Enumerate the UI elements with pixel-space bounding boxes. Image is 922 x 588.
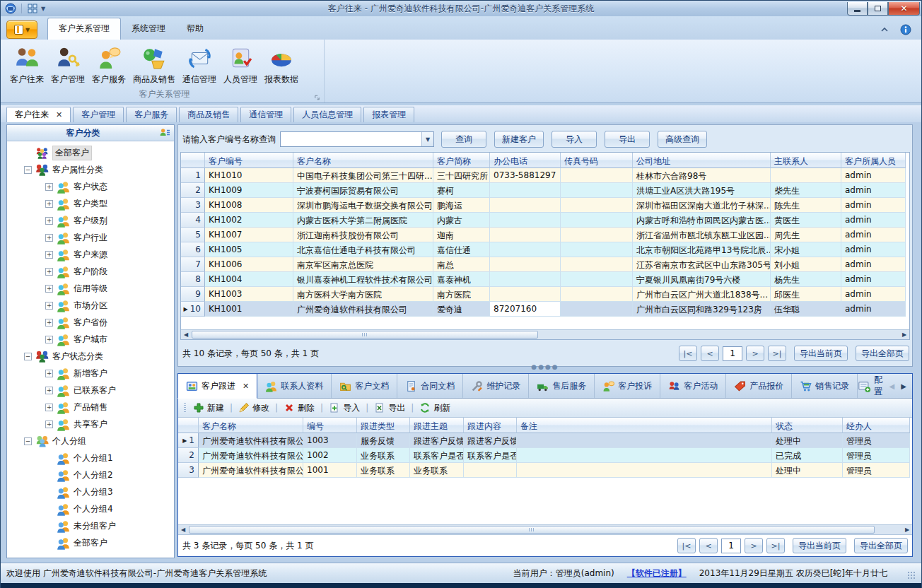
expand-icon[interactable]: + [45, 387, 53, 394]
grid-cell[interactable]: 跟进客户反馈... [410, 433, 464, 448]
grid-cell[interactable]: 0733-5881297 [490, 168, 561, 183]
toolbar-button-import[interactable]: 导入 [329, 402, 360, 414]
scroll-right-icon[interactable]: ▶ [899, 331, 909, 338]
tree-item-客户类型[interactable]: +客户类型 [7, 195, 174, 212]
combo-dropdown-icon[interactable]: ▼ [421, 132, 433, 146]
tab-scroll-right-icon[interactable]: ▶ [901, 382, 906, 390]
scrollbar-track[interactable] [188, 526, 902, 534]
grid-cell[interactable]: KH1008 [205, 198, 293, 213]
detail-tab-维护记录[interactable]: 维护记录 [463, 374, 529, 398]
doc-tab-报表管理[interactable]: 报表管理 [363, 107, 414, 122]
tree-item-未分组客户[interactable]: 未分组客户 [7, 517, 174, 534]
search-combo[interactable]: ▼ [280, 131, 434, 147]
grid-cell[interactable]: 洪塘工业A区洪大路195号 [633, 183, 771, 198]
window-switch-icon[interactable] [27, 3, 38, 14]
detail-tab-客户投诉[interactable]: 客户投诉 [595, 374, 660, 398]
grid-column-header[interactable]: 跟进类型 [357, 418, 410, 433]
grid-cell[interactable]: 联系客户是否... [410, 448, 464, 463]
grid-cell[interactable]: 柴先生 [771, 183, 841, 198]
expand-icon[interactable]: + [45, 200, 53, 208]
table-row[interactable]: ▶10KH1001广州爱奇迪软件科技有限公司爱奇迪87207160广州市白云区同… [181, 302, 909, 317]
grid-cell[interactable]: 周先生 [771, 228, 841, 242]
grid-column-header[interactable]: 经办人 [843, 418, 910, 433]
grid-cell[interactable] [490, 257, 561, 272]
grid-cell[interactable] [561, 242, 633, 257]
grid-cell[interactable]: admin [841, 242, 906, 257]
grid-cell[interactable] [561, 272, 633, 287]
doc-tab-人员信息管理[interactable]: 人员信息管理 [293, 107, 361, 122]
tree-item-个人分组[interactable]: −个人分组 [7, 433, 174, 449]
tree-item-个人分组1[interactable]: 个人分组1 [7, 449, 174, 466]
grid-cell[interactable]: admin [841, 213, 906, 228]
expand-icon[interactable]: + [45, 217, 53, 225]
search-button-导出[interactable]: 导出 [605, 131, 650, 148]
export-current-page-button[interactable]: 导出当前页 [794, 346, 848, 361]
tree-item-产品销售[interactable]: +产品销售 [7, 399, 174, 416]
grid-cell[interactable] [561, 302, 633, 317]
detail-tab-客户跟进[interactable]: 客户跟进✕ [177, 373, 257, 399]
expand-icon[interactable]: + [45, 234, 53, 242]
qat-dropdown-icon[interactable]: ▼ [41, 6, 45, 12]
tree-item-信用等级[interactable]: +信用等级 [7, 280, 174, 297]
grid-cell[interactable]: 内蒙古 [433, 213, 490, 228]
table-row[interactable]: 9KH1003南方医科大学南方医院南方医院广州市白云区广州大道北1838号...… [181, 287, 909, 302]
table-row[interactable]: 4KH1002内蒙古医科大学第二附属医院内蒙古内蒙古呼和浩特市回民区内蒙古医..… [181, 213, 909, 228]
grid-cell[interactable] [561, 213, 633, 228]
minimize-button[interactable] [847, 2, 868, 16]
next-page-button[interactable]: > [746, 346, 764, 361]
grid-cell[interactable]: 黄医生 [771, 213, 841, 228]
dialog-launcher-icon[interactable] [313, 92, 321, 100]
last-page-button[interactable]: >| [768, 346, 786, 361]
search-button-高级查询[interactable]: 高级查询 [658, 131, 707, 148]
grid-column-header[interactable]: 跟进主题 [410, 418, 464, 433]
tree-item-客户省份[interactable]: +客户省份 [7, 314, 174, 331]
grid-cell[interactable]: 南京军区南京总医院 [293, 257, 433, 272]
search-button-新建客户[interactable]: 新建客户 [494, 131, 544, 148]
grid-column-header[interactable]: 客户所属人员 [841, 153, 906, 168]
grid-column-header[interactable]: 办公电话 [490, 153, 561, 168]
ribbon-button-contacts[interactable]: 客户往来 [6, 42, 47, 87]
expand-icon[interactable]: + [45, 251, 53, 259]
grid-cell[interactable]: 嘉泰神机 [433, 272, 490, 287]
table-row[interactable]: 1KH1010中国电子科技集团公司第三十四研...三十四研究所0733-5881… [181, 168, 909, 183]
grid-cell[interactable]: 业务联系 [410, 463, 464, 478]
grid-cell[interactable]: 内蒙古呼和浩特市回民区内蒙古医... [633, 213, 771, 228]
grid-cell[interactable]: admin [841, 287, 906, 302]
grid-cell[interactable]: 1002 [303, 448, 357, 463]
scrollbar-thumb[interactable] [189, 526, 875, 534]
grid-column-header[interactable]: 公司地址 [633, 153, 771, 168]
grid-cell[interactable] [490, 183, 561, 198]
grid-column-header[interactable]: 传真号码 [561, 153, 633, 168]
toolbar-button-del[interactable]: 删除 [284, 402, 315, 414]
grid-cell[interactable] [490, 198, 561, 213]
grid-cell[interactable]: 三十四研究所 [433, 168, 490, 183]
scrollbar-thumb[interactable] [192, 331, 538, 339]
grid-cell[interactable]: 处理中 [772, 463, 843, 478]
export-current-page-button[interactable]: 导出当前页 [793, 538, 846, 553]
ribbon-tab-系统管理[interactable]: 系统管理 [121, 18, 176, 40]
last-page-button[interactable]: >| [766, 538, 785, 553]
collapse-icon[interactable]: − [24, 353, 32, 360]
scroll-left-icon[interactable]: ◀ [181, 331, 191, 338]
grid-cell[interactable] [490, 287, 561, 302]
expand-icon[interactable]: + [45, 302, 53, 310]
grid-cell[interactable]: admin [841, 302, 906, 317]
detail-tab-联系人资料[interactable]: 联系人资料 [257, 374, 332, 398]
tree-item-客户阶段[interactable]: +客户阶段 [7, 263, 174, 280]
grid-cell[interactable]: admin [841, 272, 906, 287]
grid-cell[interactable]: 陈先生 [771, 198, 841, 213]
grid-cell[interactable]: 浙江省温州市瓯北镇东瓯工业区园... [633, 228, 771, 242]
ribbon-tab-帮助[interactable]: 帮助 [176, 18, 214, 40]
grid-cell[interactable] [517, 463, 772, 478]
ribbon-button-personmgmt[interactable]: 人员管理 [220, 42, 261, 87]
ribbon-button-manage[interactable]: 客户管理 [47, 42, 88, 87]
grid-cell[interactable]: 银川嘉泰神机工程软件技术有限公司 [293, 272, 433, 287]
tree-item-客户状态分类[interactable]: −客户状态分类 [7, 348, 174, 365]
toolbar-button-export[interactable]: 导出 [374, 402, 405, 414]
grid-column-header[interactable]: 编号 [303, 418, 357, 433]
help-info-icon[interactable] [900, 24, 911, 35]
grid-cell[interactable] [464, 463, 517, 478]
grid-cell[interactable] [561, 287, 633, 302]
tree-item-客户行业[interactable]: +客户行业 [7, 229, 174, 246]
grid-cell[interactable] [771, 168, 841, 183]
